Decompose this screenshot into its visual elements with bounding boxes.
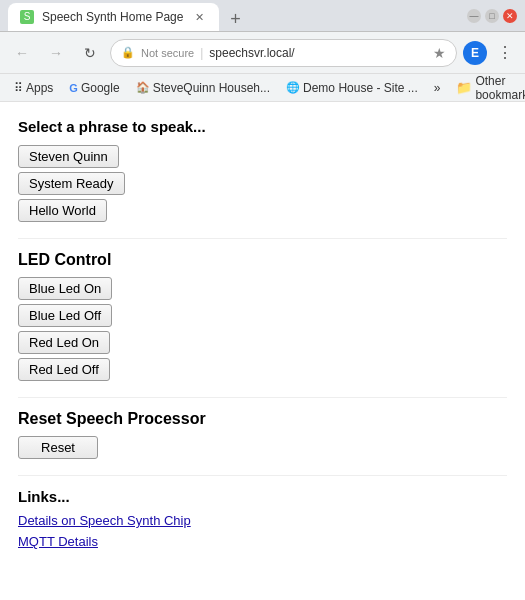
address-box[interactable]: 🔒 Not secure | speechsvr.local/ ★	[110, 39, 457, 67]
steveq-label: SteveQuinn Househ...	[153, 81, 270, 95]
reset-section: Reset Speech Processor Reset	[18, 410, 507, 459]
minimize-button[interactable]: —	[467, 9, 481, 23]
links-title: Links...	[18, 488, 507, 505]
lock-icon: 🔒	[121, 46, 135, 59]
blue-led-off-button[interactable]: Blue Led Off	[18, 304, 112, 327]
bookmarks-demoh[interactable]: 🌐 Demo House - Site ...	[280, 79, 424, 97]
tab-close-button[interactable]: ✕	[191, 9, 207, 25]
mqtt-details-link[interactable]: MQTT Details	[18, 534, 507, 549]
bookmarks-steveq[interactable]: 🏠 SteveQuinn Househ...	[130, 79, 276, 97]
address-bar-area: ← → ↻ 🔒 Not secure | speechsvr.local/ ★ …	[0, 32, 525, 74]
divider-1	[18, 238, 507, 239]
google-label: Google	[81, 81, 120, 95]
folder-icon: 📁	[456, 80, 472, 95]
not-secure-label: Not secure	[141, 47, 194, 59]
speech-synth-chip-link[interactable]: Details on Speech Synth Chip	[18, 513, 507, 528]
maximize-button[interactable]: □	[485, 9, 499, 23]
bookmarks-google[interactable]: G Google	[63, 79, 125, 97]
reset-button[interactable]: Reset	[18, 436, 98, 459]
steveq-icon: 🏠	[136, 81, 150, 94]
forward-button[interactable]: →	[42, 39, 70, 67]
window-controls: — □ ✕	[467, 9, 517, 23]
active-tab[interactable]: S Speech Synth Home Page ✕	[8, 3, 219, 31]
tab-favicon: S	[20, 10, 34, 24]
blue-led-on-button[interactable]: Blue Led On	[18, 277, 112, 300]
bookmarks-more[interactable]: »	[428, 79, 447, 97]
page-content: Select a phrase to speak... Steven Quinn…	[0, 102, 525, 600]
bookmarks-bar: ⠿ Apps G Google 🏠 SteveQuinn Househ... 🌐…	[0, 74, 525, 102]
apps-label: Apps	[26, 81, 53, 95]
steven-quinn-button[interactable]: Steven Quinn	[18, 145, 119, 168]
url-text: speechsvr.local/	[209, 46, 427, 60]
apps-icon: ⠿	[14, 81, 23, 95]
divider-2	[18, 397, 507, 398]
links-section: Links... Details on Speech Synth Chip MQ…	[18, 488, 507, 549]
red-led-off-button[interactable]: Red Led Off	[18, 358, 110, 381]
other-label: Other bookmarks	[475, 74, 525, 102]
red-led-on-button[interactable]: Red Led On	[18, 331, 110, 354]
close-button[interactable]: ✕	[503, 9, 517, 23]
bookmark-star-icon[interactable]: ★	[433, 45, 446, 61]
tab-area: S Speech Synth Home Page ✕ +	[8, 0, 247, 31]
led-buttons-group: Blue Led On Blue Led Off Red Led On Red …	[18, 277, 507, 381]
google-icon: G	[69, 82, 78, 94]
bookmarks-other[interactable]: 📁 Other bookmarks	[450, 74, 525, 102]
refresh-button[interactable]: ↻	[76, 39, 104, 67]
led-control-title: LED Control	[18, 251, 507, 269]
reset-speech-title: Reset Speech Processor	[18, 410, 507, 428]
profile-button[interactable]: E	[463, 41, 487, 65]
system-ready-button[interactable]: System Ready	[18, 172, 125, 195]
title-bar: S Speech Synth Home Page ✕ + — □ ✕	[0, 0, 525, 32]
tab-title: Speech Synth Home Page	[42, 10, 183, 24]
divider-3	[18, 475, 507, 476]
demoh-icon: 🌐	[286, 81, 300, 94]
new-tab-button[interactable]: +	[223, 7, 247, 31]
url-divider: |	[200, 46, 203, 60]
phrase-buttons-group: Steven Quinn System Ready Hello World	[18, 145, 507, 222]
hello-world-button[interactable]: Hello World	[18, 199, 107, 222]
menu-button[interactable]: ⋮	[493, 39, 517, 66]
more-icon: »	[434, 81, 441, 95]
bookmarks-apps[interactable]: ⠿ Apps	[8, 79, 59, 97]
led-section: LED Control Blue Led On Blue Led Off Red…	[18, 251, 507, 381]
select-phrase-title: Select a phrase to speak...	[18, 118, 507, 135]
back-button[interactable]: ←	[8, 39, 36, 67]
demoh-label: Demo House - Site ...	[303, 81, 418, 95]
